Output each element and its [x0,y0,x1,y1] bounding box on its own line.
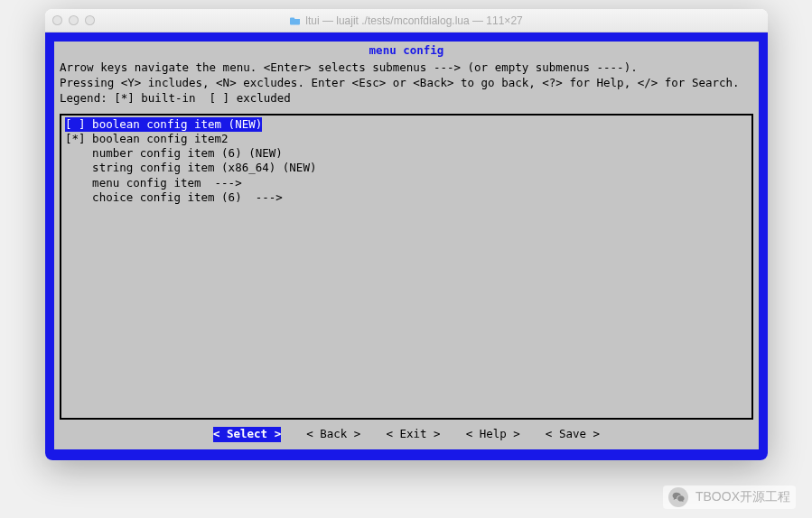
folder-icon [290,16,301,25]
watermark-text: TBOOX开源工程 [695,489,790,505]
dialog-title: menu config [60,43,753,59]
maximize-icon[interactable] [85,15,95,25]
watermark: TBOOX开源工程 [663,486,796,509]
traffic-lights [52,15,95,25]
menu-item-string[interactable]: string config item (x86_64) (NEW) [65,161,316,174]
button-bar: < Select > < Back > < Exit > < Help > < … [60,425,753,442]
back-button[interactable]: < Back > [306,427,360,442]
select-button[interactable]: < Select > [213,427,281,442]
dialog-instructions: Arrow keys navigate the menu. <Enter> se… [60,60,753,106]
menu-item-choice[interactable]: choice config item (6) ---> [65,190,283,204]
terminal-area: menu config Arrow keys navigate the menu… [45,32,768,460]
window-title-text: ltui — luajit ./tests/mconfdialog.lua — … [305,14,522,27]
menu-item-number[interactable]: number config item (6) (NEW) [65,146,283,160]
wechat-icon [668,487,688,507]
menu-item-submenu[interactable]: menu config item ---> [65,176,242,190]
help-button[interactable]: < Help > [466,427,520,442]
menu-item-boolean-new[interactable]: [ ] boolean config item (NEW) [65,117,262,132]
window-title: ltui — luajit ./tests/mconfdialog.lua — … [45,14,768,27]
save-button[interactable]: < Save > [546,427,600,442]
menu-dialog: menu config Arrow keys navigate the menu… [54,42,759,449]
titlebar: ltui — luajit ./tests/mconfdialog.lua — … [45,9,768,32]
app-window: ltui — luajit ./tests/mconfdialog.lua — … [45,9,768,460]
close-icon[interactable] [52,15,62,25]
menu-item-boolean2[interactable]: [*] boolean config item2 [65,132,229,145]
menu-list-box: [ ] boolean config item (NEW) [*] boolea… [60,114,753,421]
minimize-icon[interactable] [69,15,79,25]
exit-button[interactable]: < Exit > [386,427,440,442]
